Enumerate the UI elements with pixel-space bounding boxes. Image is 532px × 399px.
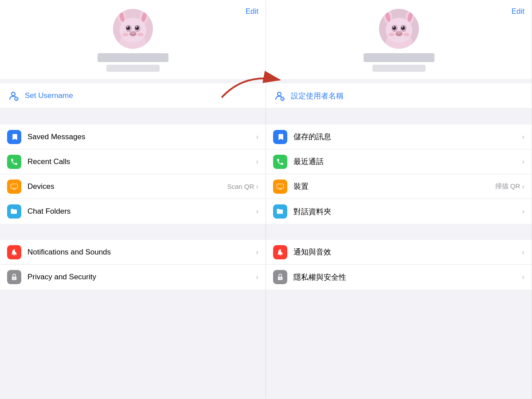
svg-point-35: [393, 27, 394, 28]
left-chat-folders-icon: [7, 204, 21, 219]
svg-point-46: [280, 278, 281, 279]
left-chat-folders-label: Chat Folders: [27, 207, 256, 216]
right-devices-sub: 掃描 QR: [495, 182, 520, 191]
left-saved-messages-icon: [7, 130, 21, 144]
right-chat-folders-label: 對話資料夾: [293, 207, 522, 217]
left-recent-calls-label: Recent Calls: [27, 157, 256, 166]
left-chat-folders-item[interactable]: Chat Folders ›: [0, 199, 266, 224]
right-chat-folders-chevron: ›: [522, 207, 524, 216]
svg-point-38: [388, 33, 395, 36]
svg-point-6: [120, 18, 146, 43]
left-recent-calls-chevron: ›: [256, 157, 258, 166]
right-recent-calls-item[interactable]: 最近通話 ›: [266, 149, 532, 174]
right-section-gap: [266, 224, 532, 240]
left-devices-sub: Scan QR: [227, 183, 254, 190]
left-devices-chevron: ›: [256, 182, 258, 191]
svg-point-30: [386, 18, 412, 43]
left-notifications-icon: [7, 245, 21, 259]
right-avatar: [379, 9, 419, 49]
left-saved-messages-item[interactable]: Saved Messages ›: [0, 125, 266, 149]
svg-point-40: [278, 92, 281, 96]
right-devices-icon: [273, 180, 287, 194]
right-notifications-label: 通知與音效: [293, 247, 522, 257]
left-recent-calls-icon: [7, 155, 21, 169]
right-notifications-chevron: ›: [522, 248, 524, 257]
right-username-row[interactable]: @ 設定使用者名稱: [266, 83, 532, 109]
right-chat-folders-icon: [273, 204, 287, 219]
svg-point-39: [403, 33, 410, 36]
right-saved-messages-label: 儲存的訊息: [293, 132, 522, 142]
right-username-icon: @: [273, 90, 286, 102]
svg-text:@: @: [282, 98, 285, 101]
left-phone-blur: [106, 65, 160, 72]
right-privacy-chevron: ›: [522, 273, 524, 282]
left-edit-button[interactable]: Edit: [246, 7, 258, 16]
right-devices-item[interactable]: 裝置 掃描 QR ›: [266, 174, 532, 199]
right-devices-chevron: ›: [522, 182, 524, 191]
left-devices-item[interactable]: Devices Scan QR ›: [0, 174, 266, 199]
svg-point-44: [281, 250, 284, 252]
left-notifications-chevron: ›: [256, 248, 258, 257]
left-recent-calls-item[interactable]: Recent Calls ›: [0, 149, 266, 174]
left-chat-folders-chevron: ›: [256, 207, 258, 216]
right-name-blur: [364, 53, 434, 62]
left-privacy-chevron: ›: [256, 273, 258, 282]
left-notifications-item[interactable]: Notifications and Sounds ›: [0, 240, 266, 265]
left-name-blur: [98, 53, 168, 62]
left-profile-section: Edit: [0, 0, 266, 79]
right-menu-group-1: 儲存的訊息 › 最近通話 › 裝置 掃描 QR › 對話資料夾 ›: [266, 125, 532, 224]
right-panel: Edit: [266, 0, 532, 399]
left-username-icon: @: [7, 90, 20, 102]
svg-text:@: @: [16, 98, 19, 101]
right-profile-section: Edit: [266, 0, 532, 79]
left-saved-messages-label: Saved Messages: [27, 133, 256, 141]
left-devices-label: Devices: [27, 182, 227, 191]
right-recent-calls-label: 最近通話: [293, 156, 522, 167]
right-username-label: 設定使用者名稱: [291, 91, 344, 101]
left-panel: Edit: [0, 0, 266, 399]
svg-point-20: [15, 250, 18, 252]
left-section-gap: [0, 224, 266, 240]
left-menu-group-1: Saved Messages › Recent Calls › Devices …: [0, 125, 266, 224]
right-privacy-label: 隱私權與安全性: [293, 272, 522, 282]
left-privacy-label: Privacy and Security: [27, 273, 256, 282]
svg-point-14: [122, 33, 129, 36]
svg-point-36: [402, 27, 403, 28]
right-saved-messages-icon: [273, 130, 287, 144]
right-notifications-item[interactable]: 通知與音效 ›: [266, 240, 532, 265]
right-chat-folders-item[interactable]: 對話資料夾 ›: [266, 199, 532, 224]
right-phone-blur: [372, 65, 426, 72]
left-notifications-label: Notifications and Sounds: [27, 248, 256, 257]
left-menu-group-2: Notifications and Sounds › Privacy and S…: [0, 240, 266, 289]
svg-point-15: [137, 33, 144, 36]
left-privacy-item[interactable]: Privacy and Security ›: [0, 265, 266, 289]
left-privacy-icon: [7, 270, 21, 284]
svg-rect-43: [277, 184, 284, 188]
right-saved-messages-chevron: ›: [522, 133, 524, 141]
right-edit-button[interactable]: Edit: [512, 7, 524, 16]
right-menu-group-2: 通知與音效 › 隱私權與安全性 ›: [266, 240, 532, 289]
left-saved-messages-chevron: ›: [256, 133, 258, 141]
right-notifications-icon: [273, 245, 287, 259]
left-devices-icon: [7, 180, 21, 194]
right-devices-label: 裝置: [293, 181, 495, 192]
svg-point-12: [136, 27, 137, 28]
svg-point-16: [12, 92, 15, 96]
svg-point-11: [127, 27, 128, 28]
right-saved-messages-item[interactable]: 儲存的訊息 ›: [266, 125, 532, 149]
left-username-row[interactable]: @ Set Username: [0, 83, 266, 109]
svg-rect-19: [11, 184, 18, 188]
left-section-sep-1: [0, 109, 266, 125]
right-privacy-icon: [273, 270, 287, 284]
right-profile-separator: [266, 79, 532, 83]
right-recent-calls-chevron: ›: [522, 157, 524, 166]
left-avatar: [113, 9, 153, 49]
right-privacy-item[interactable]: 隱私權與安全性 ›: [266, 265, 532, 289]
right-section-sep-1: [266, 109, 532, 125]
svg-point-22: [14, 278, 15, 279]
left-username-label: Set Username: [25, 91, 73, 100]
left-profile-separator: [0, 79, 266, 83]
right-recent-calls-icon: [273, 155, 287, 169]
